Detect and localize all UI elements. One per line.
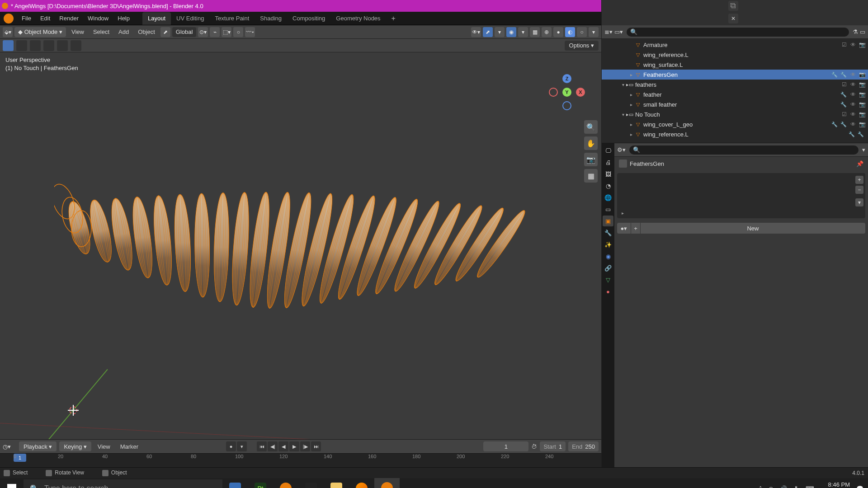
ptab-viewlayer[interactable]: 🖼 [603, 169, 613, 179]
shading-solid[interactable]: ● [553, 27, 563, 37]
tray-network-icon[interactable]: 🖧 [793, 485, 799, 488]
properties-search[interactable]: 🔍 [629, 145, 859, 155]
mode-dropdown[interactable]: ◆ Object Mode ▾ [14, 27, 66, 37]
play-button[interactable]: ▶ [289, 441, 299, 451]
editor-type-dropdown[interactable]: ⬙▾ [3, 27, 13, 37]
outliner-row[interactable]: ▽wing_reference.L [602, 50, 868, 60]
ptab-world[interactable]: 🌐 [603, 192, 613, 203]
properties-pin[interactable]: 📌 [856, 160, 863, 167]
overlays-dropdown[interactable]: ▾ [518, 27, 528, 37]
ptab-collection[interactable]: ▭ [603, 204, 613, 215]
outliner-row[interactable]: ▸▽small feather🔧👁📷 [602, 99, 868, 109]
menu-help[interactable]: Help [113, 12, 134, 25]
ptab-particles[interactable]: ✨ [603, 239, 613, 250]
tray-volume-icon[interactable]: 🔊 [780, 485, 787, 488]
taskbar-davinci[interactable] [298, 478, 324, 488]
eye-toggle[interactable]: 👁 [849, 41, 857, 49]
outliner-tree[interactable]: ▽Armature☑👁📷▽wing_reference.L▽wing_surfa… [602, 39, 868, 143]
shading-rendered[interactable]: ○ [577, 27, 587, 37]
gizmo-dropdown[interactable]: ▾ [495, 27, 505, 37]
current-frame-field[interactable]: 1 [483, 441, 528, 451]
taskbar-clock[interactable]: 8:46 PM 12/29/2023 [821, 481, 850, 488]
next-keyframe-button[interactable]: |▶ [300, 441, 310, 451]
eye-toggle[interactable]: 👁 [849, 100, 857, 108]
notifications-button[interactable]: 💬 [856, 485, 863, 488]
ptab-constraints[interactable]: 🔗 [603, 263, 613, 273]
taskbar-firefox[interactable] [349, 478, 374, 488]
ptab-render[interactable]: 🖵 [603, 145, 613, 156]
outliner-row[interactable]: ▸▽feather🔧👁📷 [602, 89, 868, 99]
outliner-row[interactable]: ▽Armature☑👁📷 [602, 40, 868, 50]
material-add-button[interactable]: + [631, 223, 641, 234]
camera-toggle[interactable]: 📷 [858, 70, 866, 79]
camera-toggle[interactable]: 📷 [858, 90, 866, 99]
zoom-button[interactable]: 🔍 [584, 120, 598, 134]
outliner-row[interactable]: ▽wing_surface.L [602, 60, 868, 70]
end-frame-field[interactable]: End250 [568, 441, 599, 451]
viewport-options-dropdown[interactable]: Options ▾ [565, 41, 599, 51]
properties-options[interactable]: ▾ [862, 146, 865, 153]
viewport-menu-select[interactable]: Select [90, 28, 113, 35]
outliner-type-dropdown[interactable]: ≣▾ [604, 28, 613, 35]
tab-add-workspace[interactable]: + [386, 12, 401, 25]
tool-cursor[interactable] [16, 40, 27, 51]
transform-orientation-icon[interactable]: ⬈ [160, 27, 170, 37]
expand-tri-icon[interactable]: ▸ [628, 72, 634, 77]
gizmo-neg-x-axis[interactable] [549, 88, 558, 97]
tool-move[interactable] [30, 40, 41, 51]
tab-uv-editing[interactable]: UV Editing [171, 12, 209, 25]
tool-rotate[interactable] [43, 40, 54, 51]
node-expand-tri[interactable]: ▸ [622, 211, 624, 216]
play-reverse-button[interactable]: ◀ [278, 441, 288, 451]
tab-shading[interactable]: Shading [255, 12, 287, 25]
taskbar-blender-1[interactable] [273, 478, 298, 488]
transform-orientation-dropdown[interactable]: Global [172, 27, 197, 37]
eye-toggle[interactable]: 👁 [849, 80, 857, 89]
tray-ime-icon[interactable]: ⌨ [806, 485, 814, 488]
timeline-editor-type[interactable]: ◷▾ [3, 443, 16, 450]
tool-select-box[interactable] [3, 40, 14, 51]
tab-layout[interactable]: Layout [142, 12, 171, 25]
gizmo-z-axis[interactable]: Z [562, 74, 571, 83]
tab-compositing[interactable]: Compositing [287, 12, 330, 25]
outliner-row[interactable]: ▸▽FeathersGen🔧🔧👁📷 [602, 70, 868, 80]
jump-end-button[interactable]: ⏭ [311, 441, 321, 451]
gizmo-x-axis[interactable]: X [576, 88, 585, 97]
menu-edit[interactable]: Edit [36, 12, 55, 25]
outliner-filter-button[interactable]: ⚗ [853, 28, 858, 35]
viewport-menu-object[interactable]: Object [134, 28, 159, 35]
menu-file[interactable]: File [17, 12, 36, 25]
scene-new-button[interactable]: ⿻ [728, 1, 738, 11]
material-browse-dropdown[interactable]: ●▾ [617, 223, 631, 234]
camera-toggle[interactable]: 📷 [858, 41, 866, 49]
xray-toggle[interactable]: ▦ [530, 27, 540, 37]
outliner-search[interactable]: 🔍 [627, 28, 849, 37]
menu-window[interactable]: Window [83, 12, 113, 25]
ptab-physics[interactable]: ◉ [603, 251, 613, 262]
ptab-material[interactable]: ● [603, 286, 613, 297]
camera-toggle[interactable]: 📷 [858, 100, 866, 108]
eye-toggle[interactable]: 👁 [849, 90, 857, 99]
outliner-new-collection[interactable]: ▭ [860, 28, 865, 35]
snap-dropdown[interactable]: ⬚▾ [222, 27, 231, 37]
overlays-toggle[interactable]: ◉ [506, 27, 516, 37]
gizmo-neg-z-axis[interactable] [562, 101, 571, 110]
pan-button[interactable]: ✋ [584, 136, 598, 150]
checkbox-toggle[interactable]: ☑ [840, 41, 848, 49]
outliner-row[interactable]: ▸▽wing_cover_L_geo🔧🔧👁📷 [602, 119, 868, 129]
autokey-dropdown[interactable]: ▾ [237, 441, 247, 451]
gizmo-y-axis[interactable]: Y [562, 88, 571, 97]
gizmo-toggle[interactable]: ⬈ [483, 27, 493, 37]
expand-tri-icon[interactable]: ▸ [628, 132, 634, 137]
shading-material[interactable]: ◐ [565, 27, 575, 37]
eye-toggle[interactable]: 👁 [849, 70, 857, 79]
proportional-edit-toggle[interactable]: ○ [233, 27, 243, 37]
expand-tri-icon[interactable]: ▸ [628, 102, 634, 107]
expand-tri-icon[interactable]: ▾ [620, 112, 626, 117]
tool-scale[interactable] [57, 40, 68, 51]
camera-toggle[interactable]: 📷 [858, 80, 866, 89]
shading-dropdown[interactable]: ▾ [589, 27, 599, 37]
taskbar-blender-active[interactable] [374, 478, 400, 488]
expand-tri-icon[interactable]: ▸ [628, 92, 634, 97]
navigation-gizmo[interactable]: Z Y X [549, 74, 585, 110]
